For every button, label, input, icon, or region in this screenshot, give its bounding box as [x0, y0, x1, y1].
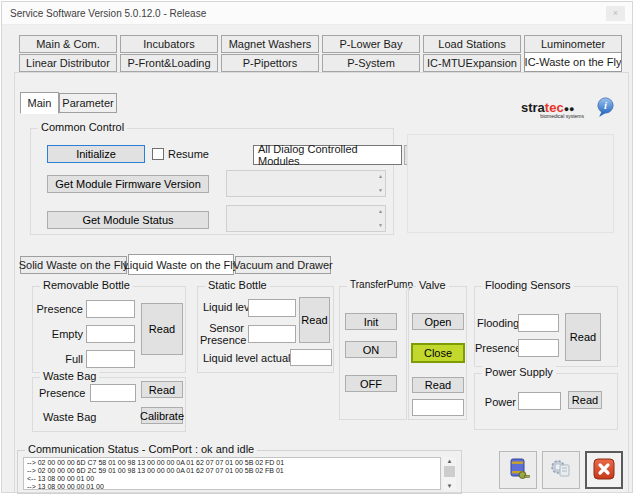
pump-on-button[interactable]: ON [345, 341, 397, 358]
valve-title: Valve [416, 279, 449, 291]
scroll-thumb[interactable] [444, 466, 455, 477]
static-bottle-group: Static Bottle Liquid level Read Sensor P… [197, 286, 334, 373]
tab-incubators[interactable]: Incubators [120, 35, 218, 53]
power-label: Power [477, 396, 516, 408]
close-x-icon [592, 457, 616, 483]
liquid-level-actual-label: Liquid level actual [203, 352, 290, 364]
full-label: Full [35, 353, 83, 365]
tab-p-front-loading[interactable]: P-Front&Loading [120, 54, 218, 72]
power-read-button[interactable]: Read [568, 391, 602, 409]
tab-luminometer[interactable]: Luminometer [524, 35, 622, 53]
tab-ic-waste-on-the-fly[interactable]: IC-Waste on the Fly [524, 52, 622, 72]
waste-bag-presence-field[interactable] [90, 384, 136, 402]
empty-field[interactable] [86, 325, 135, 343]
static-bottle-title: Static Bottle [205, 279, 270, 291]
log-database-button[interactable] [499, 451, 537, 489]
removable-bottle-title: Removable Bottle [40, 279, 133, 291]
valve-open-button[interactable]: Open [412, 313, 464, 330]
valve-group: Valve Open Close Read [408, 286, 467, 420]
power-supply-title: Power Supply [482, 366, 556, 378]
resume-checkbox[interactable] [152, 148, 164, 160]
comm-log-line: --> 02 00 00 00 6D 2C 59 01 00 98 13 00 … [27, 467, 440, 475]
tab-ic-mtuexpansion[interactable]: IC-MTUExpansion [423, 54, 521, 72]
tab-linear-distributor[interactable]: Linear Distributor [19, 54, 117, 72]
scroll-up-icon: ▲ [378, 174, 383, 179]
firmware-output: ▲ ▼ [226, 170, 386, 197]
transfer-pump-group: TransferPump Init ON OFF [339, 286, 407, 420]
logo-subtitle: biomedical systems [540, 113, 584, 119]
common-control-title: Common Control [38, 121, 127, 133]
transfer-pump-title: TransferPump [347, 279, 416, 290]
presence-label: Presence [35, 303, 83, 315]
tab-p-pipettors[interactable]: P-Pipettors [221, 54, 319, 72]
valve-close-button[interactable]: Close [411, 343, 465, 363]
database-icon [505, 456, 531, 484]
tab-magnet-washers[interactable]: Magnet Washers [221, 35, 319, 53]
tab-main-com[interactable]: Main & Com. [19, 35, 117, 53]
waste-bag-presence-label: Presence [39, 387, 85, 399]
comm-log-line: --> 02 00 00 00 6D C7 58 01 00 98 13 00 … [27, 459, 440, 467]
presence-field[interactable] [86, 300, 135, 318]
scroll-down-button[interactable]: ▼ [443, 482, 456, 490]
empty-label: Empty [35, 328, 83, 340]
flooding-presence-field[interactable] [518, 339, 559, 357]
gear-document-icon [548, 456, 574, 484]
flooding-field[interactable] [518, 314, 559, 332]
waste-bag-read-button[interactable]: Read [141, 381, 183, 398]
resume-label: Resume [168, 148, 209, 160]
valve-read-button[interactable]: Read [412, 377, 464, 393]
scroll-down-icon: ▼ [378, 188, 383, 193]
full-field[interactable] [86, 350, 135, 368]
removable-bottle-read-button[interactable]: Read [141, 303, 183, 355]
waste-tab-vacuum[interactable]: Vacuum and Drawer [235, 256, 331, 274]
comm-log-scrollbar[interactable]: ▲ ▼ [443, 457, 456, 490]
flooding-presence-label: Presence [475, 342, 516, 354]
sensor-presence-label-1: Sensor [200, 322, 244, 334]
comm-log[interactable]: --> 02 00 00 00 6D C7 58 01 00 98 13 00 … [23, 457, 441, 490]
common-control-group: Common Control Initialize Resume All Dia… [30, 128, 394, 235]
removable-bottle-group: Removable Bottle Presence Empty Full Rea… [32, 286, 186, 373]
get-status-button[interactable]: Get Module Status [47, 211, 209, 229]
module-tab-row-2: Linear Distributor P-Front&Loading P-Pip… [19, 54, 622, 72]
waste-bag-title: Waste Bag [40, 370, 99, 382]
flooding-sensors-title: Flooding Sensors [482, 279, 574, 291]
waste-tab-solid[interactable]: Solid Waste on the Fly [20, 256, 127, 274]
calibrate-button[interactable]: Calibrate [141, 407, 183, 424]
status-output: ▲ ▼ [226, 205, 386, 232]
waste-tab-liquid[interactable]: Liquid Waste on the Fly [128, 254, 234, 275]
report-settings-button[interactable] [542, 451, 580, 489]
liquid-level-actual-field[interactable] [290, 349, 332, 366]
info-icon[interactable]: i [596, 97, 615, 118]
window-close-button[interactable]: × [606, 6, 625, 21]
power-supply-group: Power Supply Power Read [474, 373, 618, 430]
static-bottle-read-button[interactable]: Read [299, 297, 330, 343]
communication-title: Communication Status - ComPort : ok and … [25, 443, 257, 455]
tab-p-system[interactable]: P-System [322, 54, 420, 72]
comm-log-line: <-- 13 08 00 00 01 00 [27, 475, 440, 483]
sensor-presence-field[interactable] [248, 325, 296, 343]
get-firmware-button[interactable]: Get Module Firmware Version [47, 175, 209, 193]
window-title: Service Software Version 5.0.12.0 - Rele… [10, 8, 206, 19]
pump-off-button[interactable]: OFF [345, 375, 397, 392]
comm-log-line: --> 13 08 00 00 00 01 00 [27, 483, 440, 490]
valve-state-field[interactable] [412, 399, 464, 416]
scroll-up-icon: ▲ [378, 209, 383, 214]
scroll-up-button[interactable]: ▲ [443, 457, 456, 465]
communication-group: Communication Status - ComPort : ok and … [17, 450, 462, 494]
flooding-sensors-group: Flooding Sensors Flooding Presence Read [474, 286, 618, 367]
flooding-read-button[interactable]: Read [565, 313, 601, 361]
exit-button[interactable] [585, 451, 623, 489]
sensor-presence-label-2: Presence [200, 334, 244, 346]
tab-parameter[interactable]: Parameter [59, 93, 117, 113]
module-dropdown[interactable]: All Dialog Controlled Modules [253, 145, 402, 165]
tab-p-lower-bay[interactable]: P-Lower Bay [322, 35, 420, 53]
waste-bag-label: Waste Bag [43, 411, 96, 423]
app-window: Service Software Version 5.0.12.0 - Rele… [0, 0, 640, 501]
pump-init-button[interactable]: Init [345, 313, 397, 330]
liquid-level-field[interactable] [248, 299, 296, 317]
tab-main[interactable]: Main [20, 92, 59, 114]
power-field[interactable] [518, 392, 561, 410]
initialize-button[interactable]: Initialize [47, 145, 145, 163]
module-info-panel [407, 134, 614, 233]
tab-load-stations[interactable]: Load Stations [423, 35, 521, 53]
